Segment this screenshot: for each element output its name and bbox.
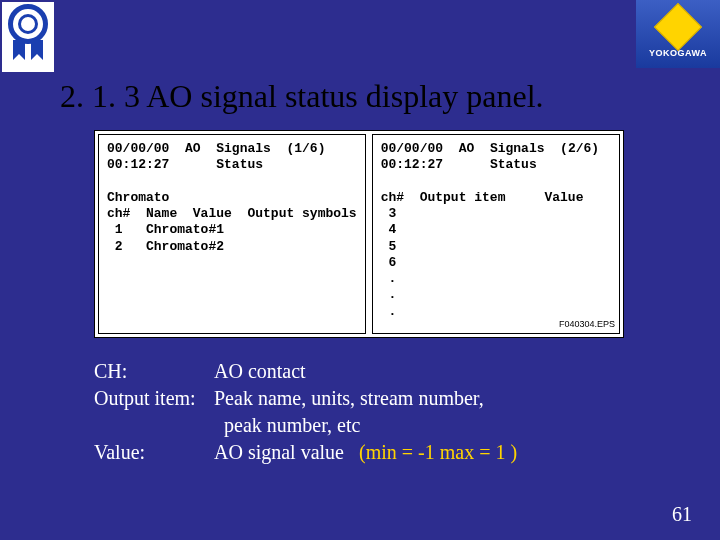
legend-out-label: Output item: (94, 385, 214, 412)
legend-ch-label: CH: (94, 358, 214, 385)
sl-section: Chromato (107, 190, 169, 205)
sr-dot3: . (381, 304, 397, 319)
legend-out-val2: peak number, etc (94, 412, 517, 439)
screen-left: 00/00/00 AO Signals (1/6) 00:12:27 Statu… (98, 134, 366, 334)
slide-title: 2. 1. 3 AO signal status display panel. (60, 78, 544, 115)
screen-right: 00/00/00 AO Signals (2/6) 00:12:27 Statu… (372, 134, 620, 334)
sr-hdr2: Status (490, 157, 537, 172)
sl-hdr1: AO Signals (1/6) (185, 141, 325, 156)
legend-block: CH: AO contact Output item: Peak name, u… (94, 358, 517, 466)
legend-val-label: Value: (94, 439, 214, 466)
sr-time: 00:12:27 (381, 157, 443, 172)
legend-ch-val: AO contact (214, 358, 306, 385)
sr-row2: 4 (381, 222, 397, 237)
sl-row2: 2 Chromato#2 (107, 239, 224, 254)
sl-row1: 1 Chromato#1 (107, 222, 224, 237)
sr-dot1: . (381, 271, 397, 286)
yokogawa-logo: YOKOGAWA (636, 0, 720, 68)
sr-dot2: . (381, 287, 397, 302)
sr-row4: 6 (381, 255, 397, 270)
ribbon-award-icon (2, 2, 54, 72)
sr-cols: ch# Output item Value (381, 190, 584, 205)
page-number: 61 (672, 503, 692, 526)
sr-date: 00/00/00 (381, 141, 443, 156)
sr-hdr1: AO Signals (2/6) (459, 141, 599, 156)
legend-val-val: AO signal value (214, 439, 344, 466)
legend-minmax: (min = -1 max = 1 ) (359, 439, 517, 466)
display-screens: 00/00/00 AO Signals (1/6) 00:12:27 Statu… (94, 130, 624, 338)
sr-corner: F040304.EPS (559, 319, 615, 330)
sl-time: 00:12:27 (107, 157, 169, 172)
sl-hdr2: Status (216, 157, 263, 172)
sr-row3: 5 (381, 239, 397, 254)
sr-row1: 3 (381, 206, 397, 221)
diamond-icon (654, 3, 702, 51)
sl-date: 00/00/00 (107, 141, 169, 156)
sl-cols: ch# Name Value Output symbols (107, 206, 357, 221)
legend-out-val: Peak name, units, stream number, (214, 385, 484, 412)
